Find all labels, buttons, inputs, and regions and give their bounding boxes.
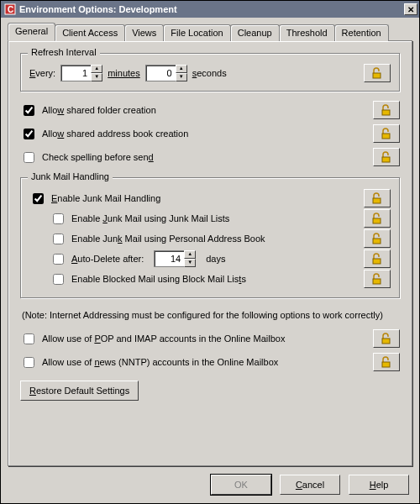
seconds-label: seconds (192, 68, 227, 78)
tab-client-access[interactable]: Client Access (55, 24, 125, 41)
refresh-row: Every: ▲▼ minutes ▲▼ seconds (29, 64, 391, 82)
lock-button-shared-folder[interactable] (373, 101, 400, 119)
seconds-input[interactable] (145, 65, 176, 81)
tab-general[interactable]: General (8, 23, 55, 41)
svg-rect-4 (382, 134, 390, 139)
label-spellcheck: Check spelling before send (42, 152, 154, 162)
svg-rect-12 (382, 362, 390, 367)
label-junk-block: Enable Blocked Mail using Block Mail Lis… (71, 274, 246, 284)
lock-open-icon (371, 213, 383, 224)
svg-rect-8 (373, 239, 381, 244)
row-shared-addr: Allow shared address book creation (20, 123, 400, 144)
lock-open-icon (371, 192, 383, 204)
lock-open-icon (381, 356, 392, 368)
checkbox-shared-addr[interactable] (24, 129, 34, 139)
tab-views[interactable]: Views (124, 24, 164, 41)
label-junk-enable: Enable Junk Mail Handling (51, 193, 160, 203)
lock-open-icon (371, 273, 383, 285)
tab-panel-general: Refresh Interval Every: ▲▼ minutes ▲▼ se… (8, 40, 412, 466)
checkbox-junk-block[interactable] (53, 274, 64, 285)
row-pop-imap: Allow use of POP and IMAP accounts in th… (20, 328, 400, 349)
window-title: Environment Options: Development (19, 4, 404, 14)
autodelete-days-input[interactable] (154, 250, 184, 267)
row-junk-enable: Enable Junk Mail Handling (29, 188, 391, 208)
lock-button-junk-enable[interactable] (364, 189, 391, 207)
svg-rect-9 (373, 259, 381, 264)
every-label: Every: (29, 68, 55, 78)
dialog-window: C Environment Options: Development ✕ Gen… (0, 0, 420, 504)
seconds-spin-buttons[interactable]: ▲▼ (176, 65, 187, 81)
row-shared-folder: Allow shared folder creation (20, 100, 400, 120)
svg-rect-2 (373, 73, 381, 78)
close-icon: ✕ (407, 5, 414, 14)
tab-file-location[interactable]: File Location (163, 24, 230, 41)
group-junk-mail: Junk Mail Handling Enable Junk Mail Hand… (20, 177, 400, 298)
lock-button-junk-pab[interactable] (364, 229, 391, 248)
app-icon: C (4, 3, 16, 15)
row-junk-pab: Enable Junk Mail using Personal Address … (29, 228, 391, 249)
lock-button-junk-block[interactable] (364, 270, 391, 288)
group-legend: Refresh Interval (28, 47, 100, 57)
client-area: General Client Access Views File Locatio… (1, 18, 419, 503)
ok-button[interactable]: OK (211, 475, 271, 495)
autodelete-days-spinner[interactable]: ▲▼ (154, 250, 196, 267)
titlebar: C Environment Options: Development ✕ (1, 1, 419, 18)
tab-threshold[interactable]: Threshold (279, 24, 335, 41)
group-legend-junk: Junk Mail Handling (28, 171, 113, 181)
label-shared-addr: Allow shared address book creation (42, 129, 188, 139)
lock-open-icon (381, 151, 392, 163)
label-nntp: Allow use of news (NNTP) accounts in the… (42, 357, 278, 367)
label-junk-lists: Enable Junk Mail using Junk Mail Lists (71, 213, 229, 223)
lock-open-icon (371, 233, 383, 244)
lock-button-spellcheck[interactable] (373, 148, 400, 166)
help-button[interactable]: Help (349, 475, 409, 495)
tab-cleanup[interactable]: Cleanup (230, 24, 280, 41)
minutes-spin-buttons[interactable]: ▲▼ (91, 65, 102, 81)
minutes-input[interactable] (60, 65, 91, 81)
label-junk-pab: Enable Junk Mail using Personal Address … (71, 234, 265, 244)
note-text: (Note: Internet Addressing must be confi… (20, 302, 400, 325)
lock-open-icon (381, 333, 392, 344)
checkbox-spellcheck[interactable] (24, 152, 34, 163)
checkbox-shared-folder[interactable] (24, 105, 34, 116)
lock-open-icon (381, 128, 392, 139)
group-refresh-interval: Refresh Interval Every: ▲▼ minutes ▲▼ se… (20, 53, 400, 92)
checkbox-nntp[interactable] (24, 357, 34, 368)
row-junk-lists: Enable Junk Mail using Junk Mail Lists (29, 208, 391, 228)
svg-rect-10 (373, 279, 381, 284)
svg-rect-3 (382, 110, 390, 115)
tab-retention[interactable]: Retention (334, 24, 389, 41)
days-label: days (206, 254, 225, 264)
lock-button-pop-imap[interactable] (373, 329, 400, 348)
svg-rect-5 (382, 157, 390, 162)
svg-rect-11 (382, 339, 390, 344)
svg-rect-6 (373, 198, 381, 203)
lock-button-nntp[interactable] (373, 353, 400, 371)
restore-defaults-button[interactable]: Restore Default Settings (20, 381, 139, 401)
lock-open-icon (371, 253, 383, 265)
checkbox-pop-imap[interactable] (24, 333, 34, 344)
lock-button-junk-autodelete[interactable] (364, 249, 391, 268)
checkbox-junk-enable[interactable] (33, 193, 44, 204)
tab-row: General Client Access Views File Locatio… (8, 23, 412, 41)
label-shared-folder: Allow shared folder creation (42, 105, 156, 115)
row-nntp: Allow use of news (NNTP) accounts in the… (20, 352, 400, 372)
row-junk-block: Enable Blocked Mail using Block Mail Lis… (29, 269, 391, 289)
lock-open-icon (381, 104, 392, 116)
checkbox-junk-pab[interactable] (53, 234, 64, 244)
lock-button-shared-addr[interactable] (373, 124, 400, 143)
lock-button-refresh[interactable] (364, 64, 391, 82)
lock-open-icon (371, 67, 383, 79)
seconds-spinner[interactable]: ▲▼ (145, 65, 187, 81)
svg-rect-7 (373, 218, 381, 223)
checkbox-junk-lists[interactable] (53, 213, 64, 224)
button-row: OK Cancel Help (8, 466, 412, 498)
row-junk-autodelete: Auto-Delete after: ▲▼ days (29, 249, 391, 269)
cancel-button[interactable]: Cancel (280, 475, 340, 495)
lock-button-junk-lists[interactable] (364, 209, 391, 228)
checkbox-junk-autodelete[interactable] (53, 254, 64, 265)
row-spellcheck: Check spelling before send (20, 147, 400, 167)
autodelete-spin-buttons[interactable]: ▲▼ (184, 250, 196, 267)
minutes-spinner[interactable]: ▲▼ (60, 65, 102, 81)
close-button[interactable]: ✕ (404, 3, 417, 15)
